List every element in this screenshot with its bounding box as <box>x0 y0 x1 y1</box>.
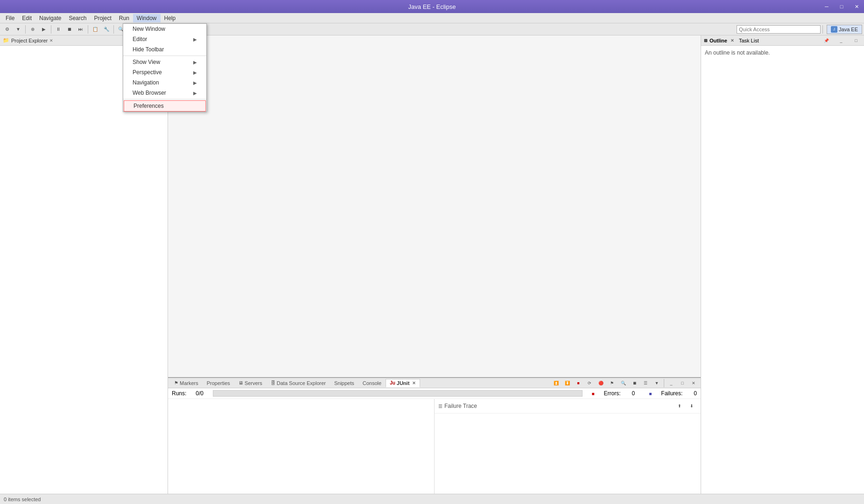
menu-search[interactable]: Search <box>65 14 90 22</box>
show-view-label: Show View <box>133 59 160 65</box>
perspective-label: Java EE <box>839 27 858 32</box>
toolbar-btn-4[interactable]: ▶ <box>39 24 49 35</box>
failure-trace-label: Failure Trace <box>444 403 477 409</box>
tab-task-list[interactable]: Task List <box>739 38 759 43</box>
editor-area <box>168 35 701 377</box>
bottom-panel: ⚑ Markers Properties 🖥 Servers 🗄 Data So… <box>168 377 701 494</box>
toolbar-sep-2 <box>51 25 51 34</box>
errors-icon: ■ <box>592 391 595 396</box>
menu-item-web-browser[interactable]: Web Browser ▶ <box>123 88 206 98</box>
junit-toolbar-btn-3[interactable]: ■ <box>573 378 583 388</box>
bottom-tab-controls: ⏫ ⏬ ■ ⟳ 🔴 ⚑ 🔍 ⏹ ☰ ▼ _ □ ✕ <box>551 378 699 388</box>
toolbar-btn-3[interactable]: ⊕ <box>28 24 38 35</box>
menu-help[interactable]: Help <box>161 14 180 22</box>
menu-item-navigation[interactable]: Navigation ▶ <box>123 77 206 88</box>
menu-item-show-view[interactable]: Show View ▶ <box>123 57 206 67</box>
junit-toolbar-btn-1[interactable]: ⏫ <box>551 378 561 388</box>
editor-label: Editor <box>133 36 147 42</box>
outline-content: An outline is not available. <box>701 46 864 60</box>
failure-trace-btn-1[interactable]: ⬆ <box>674 401 685 411</box>
toolbar-btn-5[interactable]: ⏸ <box>53 24 63 35</box>
show-view-arrow: ▶ <box>193 60 197 65</box>
bottom-close[interactable]: ✕ <box>688 378 699 388</box>
junit-toolbar-btn-4[interactable]: ⟳ <box>584 378 595 388</box>
outline-header: ⊞ Outline ✕ Task List 📌 _ □ <box>701 35 864 46</box>
junit-toolbar-btn-10[interactable]: ▼ <box>652 378 662 388</box>
outline-pin[interactable]: 📌 <box>821 35 831 46</box>
toolbar-btn-8[interactable]: 📋 <box>90 24 100 35</box>
junit-toolbar-btn-8[interactable]: ⏹ <box>629 378 639 388</box>
tab-snippets[interactable]: Snippets <box>330 379 358 387</box>
outline-message: An outline is not available. <box>705 49 770 56</box>
tab-outline[interactable]: ⊞ Outline ✕ <box>704 38 734 43</box>
menu-item-new-window[interactable]: New Window <box>123 24 206 34</box>
failure-trace-btn-2[interactable]: ⬇ <box>687 401 697 411</box>
tab-console[interactable]: Console <box>358 379 386 387</box>
project-explorer-tab-mark: ✕ <box>49 38 53 43</box>
java-ee-perspective-icon: J <box>831 26 837 33</box>
preferences-label: Preferences <box>133 103 164 109</box>
maximize-button[interactable]: □ <box>834 0 849 13</box>
tab-servers[interactable]: 🖥 Servers <box>234 379 267 387</box>
tab-datasource[interactable]: 🗄 Data Source Explorer <box>267 379 330 387</box>
failures-label: Failures: <box>661 390 682 397</box>
bottom-minimize[interactable]: _ <box>666 378 676 388</box>
menu-item-preferences[interactable]: Preferences <box>124 100 206 112</box>
menu-item-editor[interactable]: Editor ▶ <box>123 34 206 44</box>
failures-value: 0 <box>694 390 697 397</box>
runs-value: 0/0 <box>196 390 204 397</box>
menu-edit[interactable]: Edit <box>18 14 35 22</box>
bottom-tabs: ⚑ Markers Properties 🖥 Servers 🗄 Data So… <box>168 378 701 388</box>
outline-maximize[interactable]: □ <box>851 35 861 46</box>
junit-progress-bar <box>213 390 582 397</box>
junit-toolbar-btn-7[interactable]: 🔍 <box>618 378 628 388</box>
toolbar-sep-3 <box>88 25 88 34</box>
outline-close[interactable]: ✕ <box>731 38 734 43</box>
quick-access-input[interactable] <box>737 25 821 34</box>
center-area: ⚑ Markers Properties 🖥 Servers 🗄 Data So… <box>168 35 701 494</box>
bottom-sep <box>664 379 664 387</box>
toolbar-sep-1 <box>25 25 26 34</box>
bottom-maximize[interactable]: □ <box>677 378 688 388</box>
editor-arrow: ▶ <box>193 37 197 42</box>
menu-item-hide-toolbar[interactable]: Hide Toolbar <box>123 44 206 55</box>
hide-toolbar-label: Hide Toolbar <box>133 46 164 53</box>
toolbar-sep-4 <box>113 25 114 34</box>
quick-access-area <box>737 25 821 34</box>
junit-toolbar-btn-9[interactable]: ☰ <box>640 378 651 388</box>
web-browser-arrow: ▶ <box>193 91 197 96</box>
junit-toolbar-btn-6[interactable]: ⚑ <box>607 378 617 388</box>
outline-minimize[interactable]: _ <box>836 35 846 46</box>
menu-file[interactable]: File <box>2 14 18 22</box>
toolbar-btn-6[interactable]: ⏹ <box>64 24 75 35</box>
toolbar-btn-7[interactable]: ⏭ <box>76 24 86 35</box>
perspective-menu-label: Perspective <box>133 69 162 76</box>
markers-icon: ⚑ <box>174 380 178 385</box>
tab-properties[interactable]: Properties <box>203 379 234 387</box>
junit-main-area: ☰ Failure Trace ⬆ ⬇ <box>168 399 701 494</box>
menu-window[interactable]: Window <box>133 14 161 22</box>
web-browser-label: Web Browser <box>133 90 166 96</box>
perspective-arrow: ▶ <box>193 70 197 75</box>
toolbar-btn-1[interactable]: ⚙ <box>2 24 12 35</box>
servers-icon: 🖥 <box>239 380 243 385</box>
toolbar-btn-2[interactable]: ▼ <box>13 24 23 35</box>
toolbar-btn-9[interactable]: 🔧 <box>101 24 112 35</box>
menu-item-perspective[interactable]: Perspective ▶ <box>123 67 206 77</box>
junit-results-area <box>168 399 435 494</box>
menu-run[interactable]: Run <box>115 14 133 22</box>
junit-close[interactable]: ✕ <box>412 381 416 385</box>
failure-trace-content <box>435 413 701 494</box>
junit-toolbar-btn-2[interactable]: ⏬ <box>562 378 572 388</box>
perspective-button[interactable]: J Java EE <box>827 25 862 34</box>
failures-icon: ■ <box>649 391 652 396</box>
status-message: 0 items selected <box>4 497 41 502</box>
close-button[interactable]: ✕ <box>849 0 864 13</box>
menu-project[interactable]: Project <box>90 14 115 22</box>
menu-navigate[interactable]: Navigate <box>35 14 65 22</box>
junit-trace-area: ☰ Failure Trace ⬆ ⬇ <box>435 399 701 494</box>
tab-junit[interactable]: Ju JUnit ✕ <box>386 379 420 387</box>
tab-markers[interactable]: ⚑ Markers <box>170 379 203 387</box>
junit-toolbar-btn-5[interactable]: 🔴 <box>596 378 606 388</box>
minimize-button[interactable]: ─ <box>819 0 834 13</box>
